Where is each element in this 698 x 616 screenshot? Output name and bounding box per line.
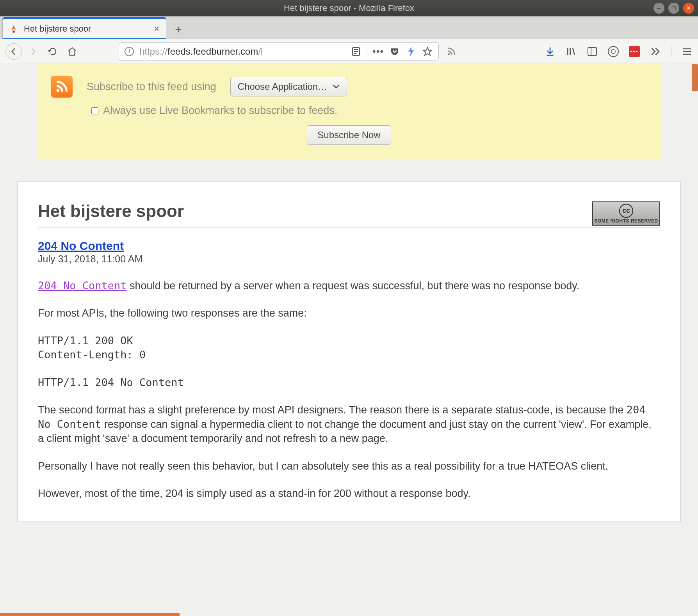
code-line: Content-Length: 0 (38, 349, 146, 361)
separator (367, 46, 367, 57)
tab-favicon-icon (9, 24, 18, 34)
code-line: HTTP/1.1 200 OK (38, 335, 133, 347)
chevron-down-icon (333, 84, 340, 89)
svg-point-5 (448, 53, 450, 55)
entry-title-link[interactable]: 204 No Content (38, 239, 124, 252)
reload-button[interactable] (45, 43, 61, 60)
rss-toolbar-icon[interactable] (446, 46, 457, 57)
page-actions-icon[interactable]: ••• (373, 46, 384, 57)
reader-mode-icon[interactable] (351, 46, 361, 57)
extension-badge-icon[interactable]: ••• (629, 46, 640, 57)
new-tab-button[interactable]: + (169, 21, 187, 39)
always-use-checkbox[interactable] (91, 107, 98, 114)
scrollbar-thumb[interactable] (692, 64, 698, 91)
url-bar[interactable]: i https://feeds.feedburner.com/l ••• (119, 42, 439, 61)
feed-subscribe-box: Subscribe to this feed using Choose Appl… (37, 64, 661, 159)
forward-button[interactable] (25, 43, 41, 60)
sidebar-icon[interactable] (587, 46, 598, 57)
entry-paragraph: For most APIs, the following two respons… (38, 306, 660, 320)
rss-icon (51, 76, 73, 98)
window-titlebar: Het bijstere spoor - Mozilla Firefox – □… (0, 0, 698, 16)
entry-text: response can signal a hypermedia client … (38, 418, 652, 444)
choose-application-label: Choose Application… (238, 81, 327, 92)
cc-license-badge[interactable]: cc SOME RIGHTS RESERVED (592, 201, 660, 226)
cc-label: SOME RIGHTS RESERVED (594, 218, 658, 224)
downloads-icon[interactable] (545, 46, 556, 57)
window-minimize-button[interactable]: – (653, 3, 664, 14)
url-protocol: https:// (139, 46, 167, 57)
window-close-button[interactable]: × (683, 3, 694, 14)
feed-title: Het bijstere spoor (38, 201, 184, 221)
lightning-icon[interactable] (406, 46, 417, 57)
inline-link-204[interactable]: 204 No Content (38, 280, 127, 292)
page-viewport: Subscribe to this feed using Choose Appl… (0, 64, 698, 616)
url-domain: feeds.feedburner.com (167, 46, 258, 57)
entry-code-block: HTTP/1.1 200 OK Content-Length: 0 (38, 334, 660, 362)
tab-title: Het bijstere spoor (24, 24, 148, 34)
entry-body: 204 No Content should be returned by a s… (38, 279, 660, 500)
bottom-progress-bar (0, 613, 180, 616)
svg-point-0 (12, 30, 15, 33)
window-title: Het bijstere spoor - Mozilla Firefox (284, 3, 414, 13)
home-button[interactable] (64, 43, 80, 60)
entry-paragraph: 204 No Content should be returned by a s… (38, 279, 660, 293)
url-path: /l (258, 46, 263, 57)
entry-text: should be returned by a server when a re… (127, 280, 580, 292)
svg-point-12 (611, 49, 616, 53)
subscribe-label: Subscribe to this feed using (87, 81, 216, 93)
toolbar-right: ••• (545, 46, 693, 57)
tracking-protection-icon[interactable] (608, 46, 619, 57)
url-text: https://feeds.feedburner.com/l (139, 46, 345, 57)
entry-title: 204 No Content (38, 239, 660, 253)
tab-strip: Het bijstere spoor × + (0, 16, 698, 39)
feed-content-card: Het bijstere spoor cc SOME RIGHTS RESERV… (17, 182, 681, 522)
separator (671, 46, 671, 57)
svg-rect-10 (588, 48, 597, 55)
library-icon[interactable] (566, 46, 577, 57)
site-info-icon[interactable]: i (125, 47, 134, 56)
entry-paragraph: However, most of the time, 204 is simply… (38, 486, 660, 500)
svg-line-9 (573, 48, 574, 55)
browser-tab[interactable]: Het bijstere spoor × (2, 18, 166, 39)
entry-text: The second format has a slight preferenc… (38, 404, 627, 416)
choose-application-dropdown[interactable]: Choose Application… (230, 77, 347, 96)
entry-paragraph: The second format has a slight preferenc… (38, 403, 660, 445)
window-maximize-button[interactable]: □ (668, 3, 679, 14)
bookmark-star-icon[interactable] (422, 46, 433, 57)
nav-toolbar: i https://feeds.feedburner.com/l ••• (0, 39, 698, 64)
cc-icon: cc (619, 204, 633, 218)
always-use-label: Always use Live Bookmarks to subscribe t… (103, 105, 337, 117)
overflow-icon[interactable] (650, 46, 661, 57)
feed-header: Het bijstere spoor cc SOME RIGHTS RESERV… (38, 201, 660, 228)
svg-point-16 (57, 89, 60, 92)
tab-close-button[interactable]: × (154, 23, 160, 35)
entry-code-block: HTTP/1.1 204 No Content (38, 376, 660, 390)
hamburger-menu-icon[interactable] (682, 46, 693, 57)
entry-date: July 31, 2018, 11:00 AM (38, 253, 660, 265)
entry-paragraph: Personally I have not really seen this b… (38, 459, 660, 473)
subscribe-now-button[interactable]: Subscribe Now (307, 125, 391, 145)
window-controls: – □ × (653, 3, 694, 14)
pocket-icon[interactable] (389, 46, 400, 57)
back-button[interactable] (5, 43, 22, 60)
